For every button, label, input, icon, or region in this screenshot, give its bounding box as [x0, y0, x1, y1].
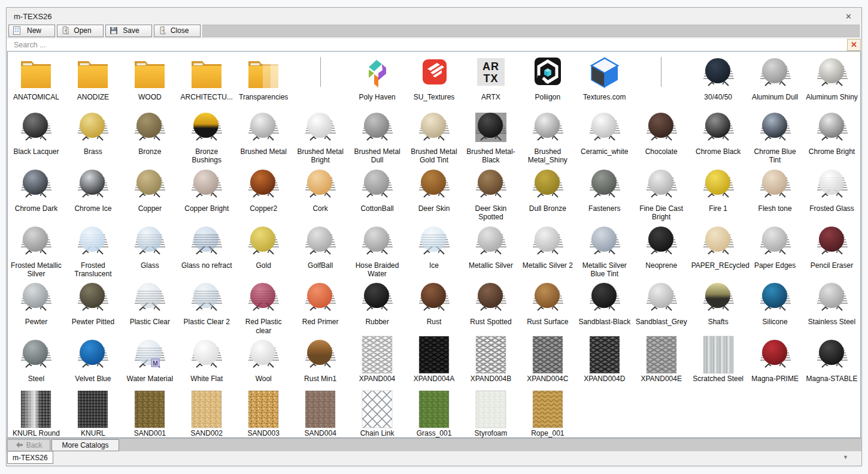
material-item[interactable]: Chrome Ice — [65, 165, 122, 222]
window-close-icon[interactable]: ✕ — [843, 11, 854, 22]
material-item[interactable]: Scratched Steel — [690, 335, 746, 390]
material-item[interactable]: XPAND004D — [576, 335, 633, 390]
material-item[interactable]: Frosted Translucent — [65, 222, 122, 279]
material-item[interactable]: Pewter — [8, 278, 65, 335]
dropdown-arrow-icon[interactable]: ▼ — [843, 454, 848, 460]
material-item[interactable]: Wool — [235, 335, 292, 390]
material-item[interactable]: KNURL Round — [8, 390, 65, 438]
material-item[interactable]: Copper — [122, 165, 178, 222]
material-item[interactable]: XPAND004 — [349, 335, 406, 390]
close-button[interactable]: Close — [154, 25, 201, 37]
material-item[interactable]: Magna-PRIME — [746, 335, 803, 390]
material-item[interactable]: Gold — [235, 222, 292, 279]
folder-item[interactable]: ANODIZE — [65, 53, 122, 108]
material-item[interactable]: Chrome Dark — [8, 165, 65, 222]
new-button[interactable]: New — [8, 25, 55, 37]
material-item[interactable]: Cork — [292, 165, 349, 222]
material-item[interactable]: Fine Die Cast Bright — [633, 165, 690, 222]
material-item[interactable]: Brushed Metal-Black — [462, 108, 519, 165]
material-item[interactable]: XPAND004A — [406, 335, 463, 390]
save-button[interactable]: Save — [105, 25, 152, 37]
material-item[interactable]: Stainless Steel — [803, 278, 860, 335]
material-item[interactable]: Deer Skin — [406, 165, 463, 222]
material-item[interactable]: Chrome Blue Tint — [746, 108, 803, 165]
catalog-tab[interactable]: m-TEXS26 — [7, 451, 53, 464]
material-item[interactable]: Rope_001 — [519, 390, 576, 438]
material-item[interactable]: Brass — [65, 108, 122, 165]
material-item[interactable]: Ice — [406, 222, 463, 279]
material-item[interactable]: KNURL — [65, 390, 122, 438]
material-item[interactable]: SAND002 — [178, 390, 235, 438]
material-item[interactable]: Styrofoam — [462, 390, 519, 438]
material-item[interactable]: Ceramic_white — [576, 108, 633, 165]
material-item[interactable]: Black Lacquer — [8, 108, 65, 165]
material-item[interactable]: Glass — [122, 222, 178, 279]
material-item[interactable]: Fasteners — [576, 165, 633, 222]
material-item[interactable]: Frosted Metallic Silver — [8, 222, 65, 279]
material-item[interactable]: Grass_001 — [406, 390, 463, 438]
material-item[interactable]: Neoprene — [633, 222, 690, 279]
material-item[interactable]: PAPER_REcycled — [690, 222, 746, 279]
material-item[interactable]: Chrome Bright — [803, 108, 860, 165]
material-item[interactable]: Flesh tone — [746, 165, 803, 222]
material-item[interactable]: Sandblast_Grey — [633, 278, 690, 335]
material-item[interactable]: Aluminum Shiny — [803, 53, 860, 108]
material-item[interactable]: Rust — [406, 278, 463, 335]
material-item[interactable]: XPAND004C — [519, 335, 576, 390]
material-item[interactable]: AR TXARTX — [462, 53, 519, 108]
material-item[interactable]: Fire 1 — [690, 165, 746, 222]
material-item[interactable]: SAND003 — [235, 390, 292, 438]
material-item[interactable]: Paper Edges — [746, 222, 803, 279]
material-item[interactable]: Frosted Glass — [803, 165, 860, 222]
material-item[interactable]: Velvet Blue — [65, 335, 122, 390]
material-item[interactable]: Red Plastic clear — [235, 278, 292, 335]
material-item[interactable]: Brushed Metal Dull — [349, 108, 406, 165]
folder-item[interactable]: ANATOMICAL — [8, 53, 65, 108]
folder-item[interactable]: ARCHITECTU... — [178, 53, 235, 108]
material-item[interactable]: Hose Braided Water — [349, 222, 406, 279]
material-item[interactable]: Rubber — [349, 278, 406, 335]
material-item[interactable]: Poly Haven — [349, 53, 406, 108]
back-button[interactable]: Back — [7, 439, 50, 451]
material-item[interactable]: White Flat — [178, 335, 235, 390]
material-item[interactable]: Chocolate — [633, 108, 690, 165]
more-catalogs-button[interactable]: More Catalogs — [51, 439, 119, 451]
search-clear-button[interactable]: ✕ — [847, 39, 861, 51]
material-item[interactable]: Chain Link Fence — [349, 390, 406, 438]
material-item[interactable]: Brushed Metal Bright — [292, 108, 349, 165]
material-item[interactable]: Copper Bright — [178, 165, 235, 222]
material-item[interactable]: Metallic Silver 2 — [519, 222, 576, 279]
material-item[interactable]: Red Primer — [292, 278, 349, 335]
material-item[interactable]: CottonBall — [349, 165, 406, 222]
material-item[interactable]: Dull Bronze — [519, 165, 576, 222]
material-item[interactable]: XPAND004B — [462, 335, 519, 390]
material-item[interactable]: Copper2 — [235, 165, 292, 222]
open-button[interactable]: Open — [57, 25, 104, 37]
material-item[interactable]: SAND001 — [122, 390, 178, 438]
material-item[interactable]: Pewter Pitted — [65, 278, 122, 335]
material-item[interactable]: Brushed Metal — [235, 108, 292, 165]
material-item[interactable]: Metallic Silver — [462, 222, 519, 279]
material-item[interactable]: Textures.com — [576, 53, 633, 108]
material-item[interactable]: Pencil Eraser — [803, 222, 860, 279]
material-item[interactable]: Chrome Black — [690, 108, 746, 165]
material-item[interactable]: Steel — [8, 335, 65, 390]
material-item[interactable]: GolfBall — [292, 222, 349, 279]
folder-item[interactable]: WOOD — [122, 53, 178, 108]
material-item[interactable]: Deer Skin Spotted — [462, 165, 519, 222]
material-item[interactable]: XPAND004E — [633, 335, 690, 390]
material-item[interactable]: Plastic Clear 2 — [178, 278, 235, 335]
material-item[interactable]: Poliigon — [519, 53, 576, 108]
material-item[interactable]: Brushed Metal_Shiny — [519, 108, 576, 165]
material-item[interactable]: Bronze — [122, 108, 178, 165]
material-item[interactable]: SAND004 — [292, 390, 349, 438]
material-item[interactable]: Brushed Metal Gold Tint — [406, 108, 463, 165]
material-item[interactable]: Bronze Bushings — [178, 108, 235, 165]
material-item[interactable]: 30/40/50 — [690, 53, 746, 108]
material-item[interactable]: Shafts — [690, 278, 746, 335]
material-item[interactable]: Metallic Silver Blue Tint — [576, 222, 633, 279]
material-item[interactable]: Aluminum Dull — [746, 53, 803, 108]
material-item[interactable]: Silicone — [746, 278, 803, 335]
folder-item[interactable]: Transparencies — [235, 53, 292, 108]
material-item[interactable]: Sandblast-Black — [576, 278, 633, 335]
